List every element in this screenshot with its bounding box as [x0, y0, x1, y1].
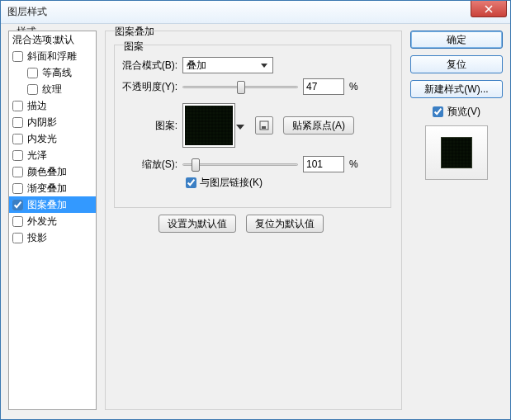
cancel-label: 复位	[447, 58, 466, 72]
new-style-label: 新建样式(W)...	[424, 83, 488, 97]
new-preset-button[interactable]	[255, 116, 273, 134]
style-item-checkbox[interactable]	[12, 233, 23, 243]
style-item-checkbox[interactable]	[12, 216, 23, 227]
style-item-label: 纹理	[42, 81, 62, 97]
scale-input[interactable]: 101	[303, 156, 344, 172]
opacity-row: 不透明度(Y): 47 %	[120, 78, 358, 95]
style-item-1[interactable]: 等高线	[9, 64, 96, 81]
style-item-8[interactable]: 渐变叠加	[9, 180, 96, 196]
style-item-label: 描边	[27, 97, 47, 114]
right-panel: 确定 复位 新建样式(W)... 预览(V)	[410, 31, 503, 180]
style-item-checkbox[interactable]	[12, 150, 23, 161]
percent-label: %	[349, 81, 358, 92]
ok-label: 确定	[447, 33, 466, 47]
svg-rect-1	[262, 126, 266, 129]
opacity-slider[interactable]	[182, 79, 298, 94]
style-item-checkbox[interactable]	[27, 84, 38, 95]
style-item-checkbox[interactable]	[27, 68, 38, 78]
pattern-row: 图案: 贴紧原点(A)	[120, 103, 354, 148]
opacity-input[interactable]: 47	[303, 78, 344, 95]
style-item-2[interactable]: 纹理	[9, 81, 96, 97]
cancel-button[interactable]: 复位	[410, 55, 503, 73]
style-item-10[interactable]: 外发光	[9, 213, 96, 229]
style-item-label: 光泽	[27, 147, 47, 163]
scale-slider[interactable]	[182, 157, 298, 172]
window-title: 图层样式	[7, 5, 47, 19]
style-item-9[interactable]: 图案叠加	[9, 196, 96, 213]
make-default-label: 设置为默认值	[168, 217, 227, 231]
blend-options-row[interactable]: 混合选项:默认	[9, 31, 96, 48]
style-item-checkbox[interactable]	[12, 183, 23, 194]
preview-label: 预览(V)	[447, 105, 480, 119]
slider-thumb[interactable]	[192, 158, 200, 172]
defaults-row: 设置为默认值 复位为默认值	[159, 215, 324, 233]
style-item-7[interactable]: 颜色叠加	[9, 163, 96, 180]
opacity-label: 不透明度(Y):	[120, 80, 182, 94]
close-icon	[485, 5, 493, 13]
pattern-label: 图案:	[120, 119, 182, 133]
make-default-button[interactable]: 设置为默认值	[159, 215, 236, 233]
titlebar[interactable]: 图层样式	[1, 1, 510, 24]
style-item-6[interactable]: 光泽	[9, 147, 96, 163]
style-item-checkbox[interactable]	[12, 51, 23, 62]
style-item-3[interactable]: 描边	[9, 97, 96, 114]
blend-mode-combo[interactable]: 叠加	[182, 57, 273, 73]
style-item-checkbox[interactable]	[12, 200, 23, 210]
style-item-checkbox[interactable]	[12, 101, 23, 111]
link-with-layer-row[interactable]: 与图层链接(K)	[186, 176, 263, 190]
new-preset-icon	[259, 120, 269, 130]
style-item-checkbox[interactable]	[12, 117, 23, 128]
snap-origin-label: 贴紧原点(A)	[292, 119, 345, 133]
style-item-0[interactable]: 斜面和浮雕	[9, 48, 96, 64]
preview-swatch	[441, 137, 472, 168]
slider-thumb[interactable]	[237, 81, 245, 94]
layer-style-dialog: 图层样式 样式 混合选项:默认 斜面和浮雕等高线纹理描边内阴影内发光光泽颜色叠加…	[0, 0, 511, 420]
style-item-checkbox[interactable]	[12, 134, 23, 144]
blend-mode-label: 混合模式(B):	[120, 59, 182, 73]
link-with-layer-label: 与图层链接(K)	[200, 176, 263, 190]
style-item-label: 内阴影	[27, 114, 57, 130]
style-item-5[interactable]: 内发光	[9, 130, 96, 147]
preview-toggle-row[interactable]: 预览(V)	[410, 105, 503, 119]
close-button[interactable]	[471, 1, 507, 17]
pattern-overlay-group: 图案 混合模式(B): 叠加 不透明度(Y): 47 %	[105, 31, 402, 410]
percent-label: %	[349, 158, 358, 170]
scale-label: 缩放(S):	[120, 158, 182, 172]
pattern-swatch[interactable]	[182, 103, 235, 148]
styles-panel: 混合选项:默认 斜面和浮雕等高线纹理描边内阴影内发光光泽颜色叠加渐变叠加图案叠加…	[8, 31, 97, 410]
pattern-swatch-inner	[185, 106, 233, 145]
new-style-button[interactable]: 新建样式(W)...	[410, 80, 503, 98]
preview-box	[425, 125, 488, 180]
reset-default-button[interactable]: 复位为默认值	[246, 215, 324, 233]
style-item-label: 投影	[27, 229, 47, 246]
style-item-label: 内发光	[27, 130, 57, 147]
blend-mode-row: 混合模式(B): 叠加	[120, 57, 273, 73]
pattern-inner-group: 混合模式(B): 叠加 不透明度(Y): 47 % 图案:	[114, 45, 391, 208]
ok-button[interactable]: 确定	[410, 31, 503, 49]
style-item-label: 等高线	[42, 64, 72, 81]
scale-row: 缩放(S): 101 %	[120, 156, 358, 172]
style-item-label: 图案叠加	[27, 196, 67, 213]
preview-checkbox[interactable]	[433, 106, 443, 117]
reset-default-label: 复位为默认值	[255, 217, 315, 231]
style-item-label: 斜面和浮雕	[27, 48, 77, 64]
link-with-layer-checkbox[interactable]	[186, 177, 196, 188]
style-item-label: 颜色叠加	[27, 163, 67, 180]
style-item-label: 渐变叠加	[27, 180, 67, 196]
style-item-checkbox[interactable]	[12, 167, 23, 177]
blend-options-label: 混合选项:默认	[12, 31, 74, 48]
style-item-11[interactable]: 投影	[9, 229, 96, 246]
blend-mode-value: 叠加	[187, 59, 206, 73]
style-item-label: 外发光	[27, 213, 57, 229]
chevron-down-icon[interactable]	[236, 120, 246, 130]
style-item-4[interactable]: 内阴影	[9, 114, 96, 130]
snap-origin-button[interactable]: 贴紧原点(A)	[283, 116, 354, 134]
chevron-down-icon	[258, 59, 271, 72]
